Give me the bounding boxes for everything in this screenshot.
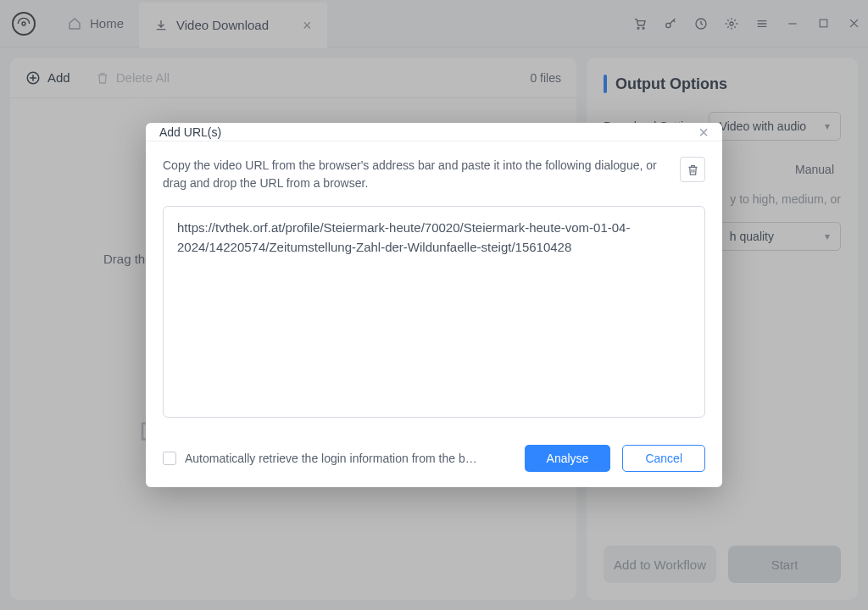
analyse-button[interactable]: Analyse	[525, 445, 611, 472]
modal-body: Copy the video URL from the browser's ad…	[146, 141, 722, 433]
clear-urls-button[interactable]	[680, 157, 705, 182]
cancel-button[interactable]: Cancel	[622, 445, 705, 472]
add-url-modal: Add URL(s) × Copy the video URL from the…	[146, 123, 722, 487]
modal-footer: Automatically retrieve the login informa…	[146, 433, 722, 487]
modal-instruction: Copy the video URL from the browser's ad…	[163, 157, 670, 192]
modal-close-icon[interactable]: ×	[698, 124, 709, 141]
modal-header: Add URL(s) ×	[146, 123, 722, 141]
auto-login-checkbox[interactable]	[163, 452, 176, 465]
auto-login-label: Automatically retrieve the login informa…	[185, 452, 477, 465]
modal-title: Add URL(s)	[159, 125, 221, 139]
url-input[interactable]	[163, 206, 705, 418]
app-window: Home Video Download × Add	[0, 0, 868, 610]
